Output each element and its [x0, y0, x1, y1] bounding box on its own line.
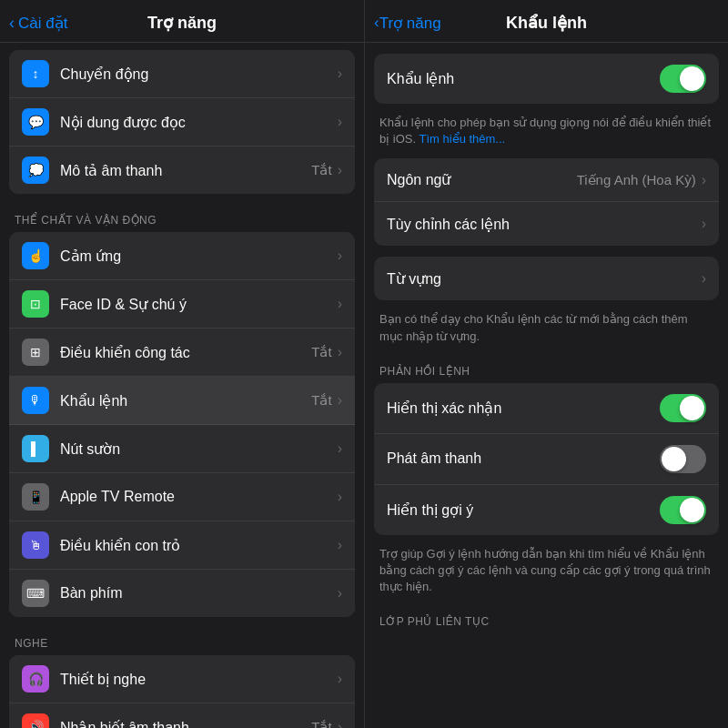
ban-phim-icon: ⌨ — [22, 580, 49, 607]
sidebar-item-cam-ung[interactable]: ☝ Cảm ứng › — [9, 232, 355, 280]
chevron-icon: › — [338, 162, 342, 178]
cam-ung-icon: ☝ — [22, 242, 49, 269]
chevron-icon: › — [338, 440, 342, 457]
hien-thi-xac-nhan-label: Hiển thị xác nhận — [387, 399, 660, 417]
tuy-chinh-row[interactable]: Tùy chỉnh các lệnh › — [374, 202, 719, 246]
sidebar-item-face-id[interactable]: ⊡ Face ID & Sự chú ý › — [9, 280, 355, 329]
hien-thi-goi-y-label: Hiển thị gợi ý — [387, 501, 660, 519]
tuy-chinh-label: Tùy chỉnh các lệnh — [387, 216, 702, 233]
right-header: ‹ Trợ năng Khẩu lệnh — [365, 0, 728, 43]
goi-y-description: Trợ giúp Gợi ý lệnh hướng dẫn bạn khi tì… — [365, 539, 728, 603]
dieu-khien-cong-tac-icon: ⊞ — [22, 339, 49, 366]
chevron-icon: › — [338, 719, 342, 728]
left-back-chevron: ‹ — [9, 14, 15, 33]
settings-group-nghe: 🎧 Thiết bị nghe › 🔊 Nhận biết âm thanh T… — [9, 655, 355, 728]
settings-group-top: ↕ Chuyển động › 💬 Nội dung được đọc › 💭 … — [9, 50, 355, 194]
chevron-icon: › — [338, 489, 342, 505]
chevron-icon: › — [702, 172, 706, 188]
chevron-icon: › — [338, 114, 342, 130]
nhan-biet-am-thanh-icon: 🔊 — [22, 713, 49, 728]
right-panel: ‹ Trợ năng Khẩu lệnh Khẩu lệnh Khẩu lệnh… — [364, 0, 728, 728]
ngon-ngu-container: Ngôn ngữ Tiếng Anh (Hoa Kỳ) › Tùy chỉnh … — [374, 158, 719, 246]
hien-thi-goi-y-row: Hiển thị gợi ý — [374, 485, 719, 535]
settings-group-the-chat: ☝ Cảm ứng › ⊡ Face ID & Sự chú ý › ⊞ Điề… — [9, 232, 355, 617]
tu-vung-label: Từ vựng — [387, 270, 702, 288]
ngon-ngu-row[interactable]: Ngôn ngữ Tiếng Anh (Hoa Kỳ) › — [374, 158, 719, 202]
right-title: Khẩu lệnh — [506, 13, 587, 33]
main-toggle-group: Khẩu lệnh — [374, 54, 719, 104]
noi-dung-doc-icon: 💬 — [22, 108, 49, 136]
sidebar-item-nhan-biet-am-thanh[interactable]: 🔊 Nhận biết âm thanh Tắt › — [9, 703, 355, 728]
left-header: ‹ Cài đặt Trợ năng — [0, 0, 364, 43]
chevron-icon: › — [338, 537, 342, 553]
lop-phu-header: LỚP PHỦ LIÊN TỤC — [365, 602, 728, 633]
sidebar-item-thiet-bi-nghe[interactable]: 🎧 Thiết bị nghe › — [9, 655, 355, 703]
khau-lenh-toggle[interactable] — [660, 65, 706, 93]
right-back-label[interactable]: Trợ năng — [379, 14, 441, 33]
chevron-icon: › — [702, 270, 706, 287]
phat-am-thanh-row: Phát âm thanh — [374, 434, 719, 485]
chevron-icon: › — [702, 216, 706, 232]
tu-vung-group: Từ vựng › — [374, 257, 719, 300]
khau-lenh-toggle-row: Khẩu lệnh — [374, 54, 719, 104]
description-link[interactable]: Tìm hiểu thêm... — [420, 132, 506, 146]
left-back-label[interactable]: Cài đặt — [18, 14, 67, 33]
chevron-icon: › — [338, 66, 342, 82]
chevron-icon: › — [338, 296, 342, 312]
khau-lenh-toggle-label: Khẩu lệnh — [387, 70, 660, 87]
sidebar-item-apple-tv-remote[interactable]: 📱 Apple TV Remote › — [9, 473, 355, 521]
sidebar-item-khau-lenh[interactable]: 🎙 Khẩu lệnh Tắt › — [9, 377, 355, 425]
chevron-icon: › — [338, 248, 342, 264]
mo-ta-am-thanh-icon: 💭 — [22, 157, 49, 184]
thiet-bi-nghe-icon: 🎧 — [22, 665, 49, 693]
ngon-ngu-value: Tiếng Anh (Hoa Kỳ) — [577, 172, 696, 188]
phan-hoi-header: PHẢN HỒI LỆNH — [365, 352, 728, 383]
hien-thi-goi-y-toggle[interactable] — [660, 496, 706, 524]
sidebar-item-mo-ta-am-thanh[interactable]: 💭 Mô tả âm thanh Tắt › — [9, 147, 355, 194]
left-title: Trợ năng — [147, 13, 217, 33]
chevron-icon: › — [338, 344, 342, 360]
phan-hoi-group: Hiển thị xác nhận Phát âm thanh Hiển thị… — [374, 383, 719, 535]
dieu-khien-con-tro-icon: 🖱 — [22, 531, 49, 559]
tu-vung-container: Từ vựng › — [374, 257, 719, 300]
chevron-icon: › — [338, 392, 342, 409]
toggle-thumb — [680, 66, 704, 91]
chevron-icon: › — [338, 585, 342, 602]
face-id-icon: ⊡ — [22, 290, 49, 318]
sidebar-item-noi-dung-doc[interactable]: 💬 Nội dung được đọc › — [9, 98, 355, 147]
phat-am-thanh-toggle[interactable] — [660, 445, 706, 473]
section-header-nghe: NGHE — [0, 621, 364, 655]
left-scroll-area: ↕ Chuyển động › 💬 Nội dung được đọc › 💭 … — [0, 43, 364, 728]
right-back-button[interactable]: ‹ Trợ năng — [374, 14, 441, 33]
right-scroll-area: Khẩu lệnh Khẩu lệnh cho phép bạn sử dụng… — [365, 43, 728, 728]
sidebar-item-chuyen-dong[interactable]: ↕ Chuyển động › — [9, 50, 355, 98]
sidebar-item-dieu-khien-con-tro[interactable]: 🖱 Điều khiển con trỏ › — [9, 521, 355, 570]
phan-hoi-container: Hiển thị xác nhận Phát âm thanh Hiển thị… — [374, 383, 719, 535]
ngon-ngu-group: Ngôn ngữ Tiếng Anh (Hoa Kỳ) › Tùy chỉnh … — [374, 158, 719, 246]
sidebar-item-nut-suon[interactable]: ▌ Nút sườn › — [9, 425, 355, 473]
ngon-ngu-label: Ngôn ngữ — [387, 171, 577, 188]
chevron-icon: › — [338, 671, 342, 687]
khau-lenh-icon: 🎙 — [22, 387, 49, 414]
sidebar-item-ban-phim[interactable]: ⌨ Bàn phím › — [9, 570, 355, 617]
apple-tv-remote-icon: 📱 — [22, 483, 49, 511]
main-toggle-container: Khẩu lệnh — [374, 54, 719, 104]
tu-vung-row[interactable]: Từ vựng › — [374, 257, 719, 300]
left-back-button[interactable]: ‹ Cài đặt — [9, 14, 67, 33]
hien-thi-xac-nhan-row: Hiển thị xác nhận — [374, 383, 719, 434]
tu-vung-description: Bạn có thể dạy cho Khẩu lệnh các từ mới … — [365, 304, 728, 351]
chuyen-dong-icon: ↕ — [22, 60, 49, 87]
khau-lenh-description: Khẩu lệnh cho phép bạn sử dụng giọng nói… — [365, 107, 728, 158]
section-header-the-chat: THỂ CHẤT VÀ VẬN ĐỘNG — [0, 197, 364, 232]
sidebar-item-dieu-khien-cong-tac[interactable]: ⊞ Điều khiển công tác Tắt › — [9, 329, 355, 377]
nut-suon-icon: ▌ — [22, 435, 49, 462]
left-panel: ‹ Cài đặt Trợ năng ↕ Chuyển động › 💬 Nội… — [0, 0, 364, 728]
hien-thi-xac-nhan-toggle[interactable] — [660, 394, 706, 422]
phat-am-thanh-label: Phát âm thanh — [387, 450, 660, 467]
